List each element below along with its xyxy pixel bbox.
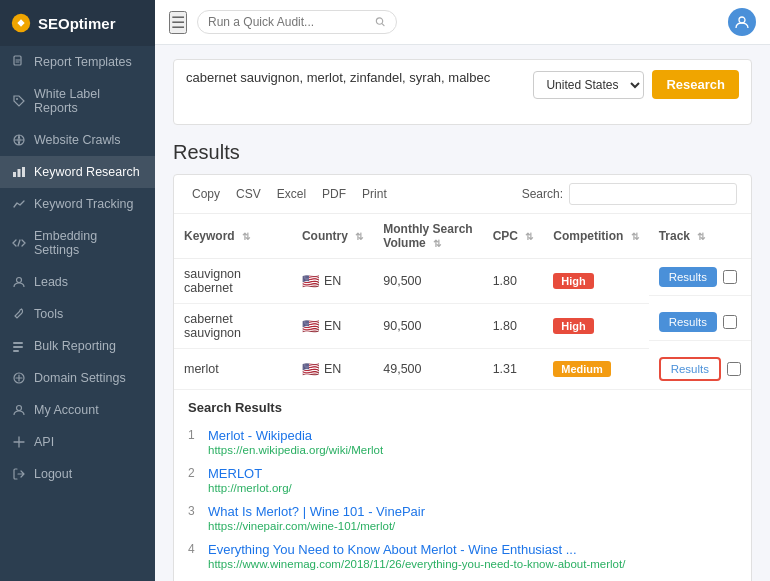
sidebar-item-report-templates[interactable]: Report Templates [0, 46, 155, 78]
sr-url: https://en.wikipedia.org/wiki/Merlot [208, 444, 383, 456]
results-button[interactable]: Results [659, 357, 721, 381]
sr-url: https://www.winemag.com/2018/11/26/every… [208, 558, 625, 570]
track-checkbox[interactable] [723, 315, 737, 329]
sr-url: http://merlot.org/ [208, 482, 292, 494]
embed-icon [12, 236, 26, 250]
cell-cpc: 1.80 [483, 259, 544, 304]
sr-number: 2 [188, 466, 202, 480]
export-copy[interactable]: Copy [188, 185, 224, 203]
search-result-item: 4 Everything You Need to Know About Merl… [188, 537, 737, 575]
cell-country: 🇺🇸EN [292, 349, 373, 390]
svg-rect-5 [18, 169, 21, 177]
sidebar-label-white-label: White Label Reports [34, 87, 143, 115]
export-excel[interactable]: Excel [273, 185, 310, 203]
svg-rect-8 [13, 342, 23, 344]
sidebar-item-leads[interactable]: Leads [0, 266, 155, 298]
cell-cpc: 1.31 [483, 349, 544, 390]
globe-icon [12, 133, 26, 147]
table-row: merlot 🇺🇸EN 49,500 1.31 Medium Results [174, 349, 751, 390]
sidebar-item-api[interactable]: API [0, 426, 155, 458]
keywords-textarea[interactable]: cabernet sauvignon, merlot, zinfandel, s… [186, 70, 523, 114]
competition-badge: High [553, 318, 593, 334]
audit-box-controls: United States Research [533, 70, 739, 99]
sr-title[interactable]: Everything You Need to Know About Merlot… [208, 542, 625, 557]
svg-rect-9 [13, 346, 23, 348]
bulk-icon [12, 339, 26, 353]
api-icon [12, 435, 26, 449]
audit-input-box: cabernet sauvignon, merlot, zinfandel, s… [173, 59, 752, 125]
cell-competition: High [543, 304, 648, 349]
col-keyword[interactable]: Keyword ⇅ [174, 214, 292, 259]
table-search-label: Search: [522, 187, 563, 201]
table-search-input[interactable] [569, 183, 737, 205]
sr-content: Everything You Need to Know About Merlot… [208, 542, 625, 570]
sidebar-item-website-crawls[interactable]: Website Crawls [0, 124, 155, 156]
svg-rect-6 [22, 167, 25, 177]
sr-content: Merlot - Wikipedia https://en.wikipedia.… [208, 428, 383, 456]
results-card: Copy CSV Excel PDF Print Search: [173, 174, 752, 581]
sidebar-item-embedding-settings[interactable]: Embedding Settings [0, 220, 155, 266]
sidebar-item-bulk-reporting[interactable]: Bulk Reporting [0, 330, 155, 362]
country-select[interactable]: United States [533, 71, 644, 99]
sidebar-item-keyword-tracking[interactable]: Keyword Tracking [0, 188, 155, 220]
sidebar-item-logout[interactable]: Logout [0, 458, 155, 490]
cell-competition: High [543, 259, 648, 304]
sr-number: 3 [188, 504, 202, 518]
svg-point-14 [739, 17, 745, 23]
sr-title[interactable]: What Is Merlot? | Wine 101 - VinePair [208, 504, 425, 519]
search-results-title: Search Results [188, 400, 737, 415]
cell-cpc: 1.80 [483, 304, 544, 349]
quick-audit-input[interactable] [208, 15, 369, 29]
country-code: EN [324, 274, 341, 288]
cell-country: 🇺🇸EN [292, 304, 373, 349]
results-button[interactable]: Results [659, 267, 717, 287]
sr-title[interactable]: Merlot - Wikipedia [208, 428, 383, 443]
quick-audit-search[interactable] [197, 10, 397, 34]
country-code: EN [324, 319, 341, 333]
research-button[interactable]: Research [652, 70, 739, 99]
col-volume[interactable]: Monthly SearchVolume ⇅ [373, 214, 482, 259]
tracking-icon [12, 197, 26, 211]
sidebar-label-api: API [34, 435, 54, 449]
logo-icon [10, 12, 32, 34]
svg-rect-10 [13, 350, 19, 352]
tag-icon [12, 94, 26, 108]
sidebar-label-leads: Leads [34, 275, 68, 289]
sidebar-label-my-account: My Account [34, 403, 99, 417]
sidebar-item-my-account[interactable]: My Account [0, 394, 155, 426]
cell-competition: Medium [543, 349, 648, 390]
bar-chart-icon [12, 165, 26, 179]
col-competition[interactable]: Competition ⇅ [543, 214, 648, 259]
sidebar-label-website-crawls: Website Crawls [34, 133, 121, 147]
sidebar-label-keyword-research: Keyword Research [34, 165, 140, 179]
export-print[interactable]: Print [358, 185, 391, 203]
table-row: sauvignon cabernet 🇺🇸EN 90,500 1.80 High… [174, 259, 751, 304]
keywords-table: Keyword ⇅ Country ⇅ Monthly SearchVolume… [174, 214, 751, 390]
results-button[interactable]: Results [659, 312, 717, 332]
country-code: EN [324, 362, 341, 376]
col-country[interactable]: Country ⇅ [292, 214, 373, 259]
export-pdf[interactable]: PDF [318, 185, 350, 203]
sidebar-item-white-label-reports[interactable]: White Label Reports [0, 78, 155, 124]
user-avatar[interactable] [728, 8, 756, 36]
hamburger-button[interactable]: ☰ [169, 11, 187, 34]
track-checkbox[interactable] [723, 270, 737, 284]
export-buttons: Copy CSV Excel PDF Print [188, 185, 391, 203]
sidebar-item-tools[interactable]: Tools [0, 298, 155, 330]
sidebar-item-keyword-research[interactable]: Keyword Research [0, 156, 155, 188]
logo-text: SEOptimer [38, 15, 116, 32]
sr-title[interactable]: MERLOT [208, 466, 292, 481]
table-row: cabernet sauvignon 🇺🇸EN 90,500 1.80 High… [174, 304, 751, 349]
sidebar-item-domain-settings[interactable]: Domain Settings [0, 362, 155, 394]
country-flag: 🇺🇸 [302, 361, 319, 377]
tools-icon [12, 307, 26, 321]
export-csv[interactable]: CSV [232, 185, 265, 203]
col-cpc[interactable]: CPC ⇅ [483, 214, 544, 259]
country-flag: 🇺🇸 [302, 273, 319, 289]
search-results-list: 1 Merlot - Wikipedia https://en.wikipedi… [188, 423, 737, 581]
track-checkbox[interactable] [727, 362, 741, 376]
logo[interactable]: SEOptimer [0, 0, 155, 46]
sidebar-label-bulk-reporting: Bulk Reporting [34, 339, 116, 353]
col-track[interactable]: Track ⇅ [649, 214, 751, 259]
sidebar-label-domain-settings: Domain Settings [34, 371, 126, 385]
